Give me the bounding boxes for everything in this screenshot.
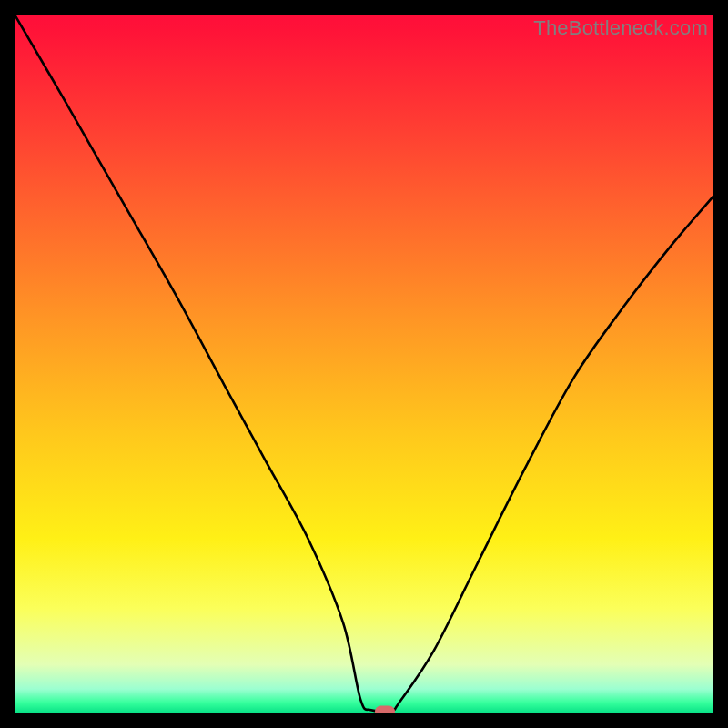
optimal-point-marker: [375, 706, 395, 714]
bottleneck-curve: [15, 15, 713, 711]
watermark-text: TheBottleneck.com: [533, 16, 708, 40]
curve-svg: [15, 15, 713, 713]
plot-area: TheBottleneck.com: [15, 15, 713, 713]
frame: TheBottleneck.com: [0, 0, 728, 728]
